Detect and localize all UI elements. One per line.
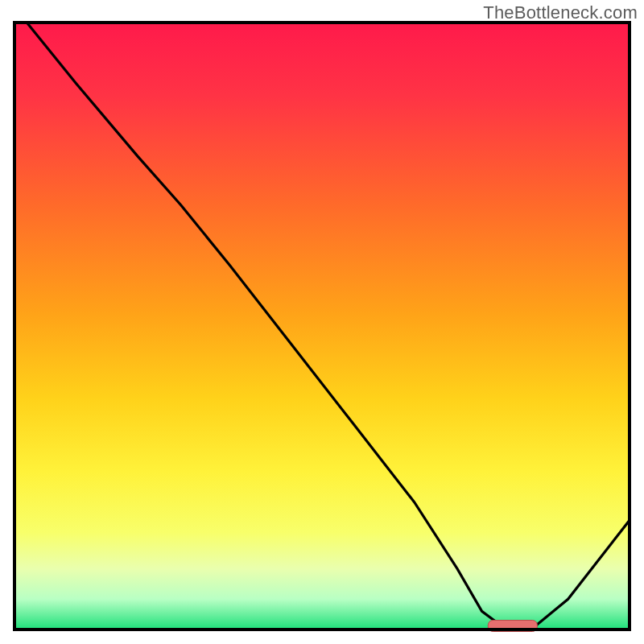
plot-area xyxy=(14,23,630,631)
bottleneck-chart xyxy=(0,0,644,644)
gradient-background xyxy=(14,23,630,630)
chart-root: TheBottleneck.com xyxy=(0,0,644,644)
